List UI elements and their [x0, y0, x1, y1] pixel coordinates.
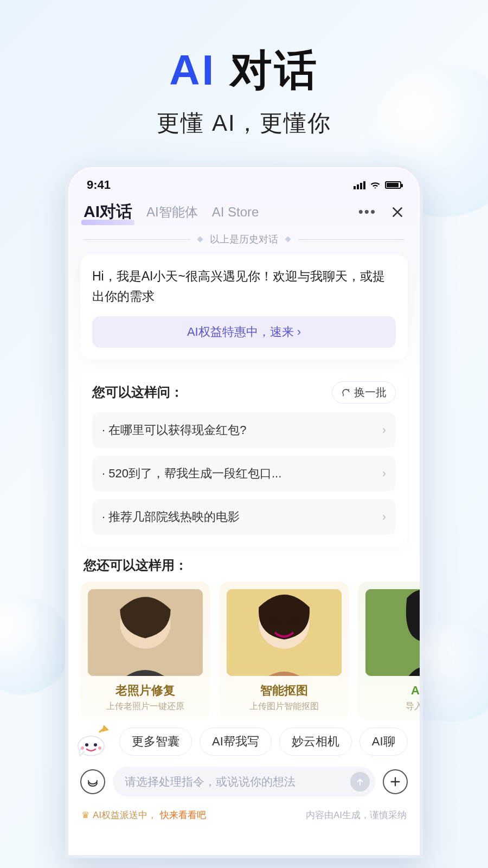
- tool-card-ai-filter[interactable]: AI滤 导入实拍: [358, 582, 420, 720]
- voice-button[interactable]: [80, 769, 105, 794]
- promo-banner[interactable]: AI权益特惠中，速来 ›: [92, 316, 396, 348]
- chevron-right-icon: ›: [382, 510, 386, 524]
- suggestion-item[interactable]: · 520到了，帮我生成一段红包口... ›: [92, 456, 396, 492]
- chevron-right-icon: ›: [382, 467, 386, 481]
- status-icons: [354, 181, 401, 189]
- add-button[interactable]: [383, 769, 408, 794]
- tool-card-cutout[interactable]: 智能抠图 上传图片智能抠图: [219, 582, 349, 720]
- arrow-up-icon: [355, 777, 365, 787]
- suggestion-text: · 520到了，帮我生成一段红包口...: [102, 465, 281, 482]
- quick-chips-row: 更多智囊 AI帮我写 妙云相机 AI聊: [68, 720, 420, 763]
- wifi-icon: [370, 181, 381, 189]
- history-label: 以上是历史对话: [210, 233, 278, 246]
- svg-point-5: [291, 618, 297, 624]
- mascot-icon[interactable]: [74, 725, 112, 758]
- footer-promo[interactable]: ♛ AI权益派送中，快来看看吧: [81, 809, 206, 821]
- tool-desc: 上传老照片一键还原: [88, 701, 203, 712]
- chip-more[interactable]: 更多智囊: [119, 727, 192, 756]
- tool-desc: 导入实拍: [365, 701, 420, 712]
- suggestions-card: 您可以这样问： 换一批 · 在哪里可以获得现金红包? › · 520到了，帮我生…: [80, 369, 408, 547]
- footer-disclaimer: 内容由AI生成，谨慎采纳: [306, 809, 407, 821]
- close-icon[interactable]: [390, 205, 404, 219]
- suggestion-item[interactable]: · 推荐几部院线热映的电影 ›: [92, 499, 396, 535]
- footer: ♛ AI权益派送中，快来看看吧 内容由AI生成，谨慎采纳: [68, 802, 420, 828]
- svg-point-12: [98, 746, 101, 750]
- tool-image: [88, 589, 203, 676]
- greeting-card: Hi，我是AI小天~很高兴遇见你！欢迎与我聊天，或提出你的需求 AI权益特惠中，…: [80, 254, 408, 360]
- suggestions-title: 您可以这样问：: [92, 384, 183, 401]
- svg-point-9: [85, 743, 88, 746]
- input-bar: 请选择处理指令，或说说你的想法: [68, 763, 420, 802]
- tool-name: 老照片修复: [88, 682, 203, 699]
- svg-point-10: [94, 743, 97, 746]
- voice-icon: [86, 775, 99, 788]
- suggestion-text: · 推荐几部院线热映的电影: [102, 509, 240, 525]
- footer-promo-prefix: AI权益派送中，: [93, 809, 157, 821]
- tab-ai-store[interactable]: AI Store: [212, 205, 259, 220]
- refresh-icon: [341, 387, 351, 397]
- signal-icon: [354, 181, 365, 189]
- tab-ai-agent[interactable]: AI智能体: [146, 203, 198, 221]
- chip-aichat[interactable]: AI聊: [359, 727, 408, 756]
- tool-image: [227, 589, 342, 676]
- tabs-row: AI对话 AI智能体 AI Store •••: [68, 196, 420, 229]
- suggestion-text: · 在哪里可以获得现金红包?: [102, 422, 246, 438]
- chevron-right-icon: ›: [382, 423, 386, 437]
- crown-icon: ♛: [81, 809, 89, 821]
- svg-point-11: [81, 746, 84, 750]
- more-icon[interactable]: •••: [358, 203, 376, 220]
- chip-camera[interactable]: 妙云相机: [279, 727, 352, 756]
- tools-row[interactable]: 老照片修复 上传老照片一键还原 智能抠图 上传图片智能抠图: [68, 582, 420, 720]
- tool-card-photo-restore[interactable]: 老照片修复 上传老照片一键还原: [80, 582, 210, 720]
- history-divider: 以上是历史对话: [84, 233, 404, 246]
- chat-input[interactable]: 请选择处理指令，或说说你的想法: [113, 767, 375, 797]
- status-bar: 9:41: [68, 167, 420, 196]
- tab-ai-chat[interactable]: AI对话: [84, 201, 132, 223]
- send-button[interactable]: [350, 772, 370, 792]
- chip-write[interactable]: AI帮我写: [200, 727, 272, 756]
- hero-title-rest: 对话: [216, 46, 319, 94]
- input-placeholder: 请选择处理指令，或说说你的想法: [125, 774, 296, 789]
- suggestion-item[interactable]: · 在哪里可以获得现金红包? ›: [92, 412, 396, 448]
- svg-point-4: [272, 618, 278, 624]
- footer-promo-cta: 快来看看吧: [160, 809, 206, 821]
- plus-icon: [389, 776, 401, 788]
- battery-icon: [385, 181, 401, 189]
- decorative-bubble: [0, 597, 70, 694]
- tools-title: 您还可以这样用：: [84, 557, 404, 574]
- phone-mock: 9:41 AI对话 AI智能体 AI Store ••• 以上是历史对话 Hi，…: [65, 164, 423, 858]
- tool-name: 智能抠图: [227, 682, 342, 699]
- tool-name: AI滤: [365, 682, 420, 699]
- tool-image: [365, 589, 420, 676]
- greeting-text: Hi，我是AI小天~很高兴遇见你！欢迎与我聊天，或提出你的需求: [92, 266, 396, 307]
- refresh-button[interactable]: 换一批: [332, 381, 396, 404]
- hero-title-ai: AI: [169, 46, 216, 94]
- tool-desc: 上传图片智能抠图: [227, 701, 342, 712]
- refresh-label: 换一批: [354, 385, 387, 400]
- status-time: 9:41: [87, 178, 111, 192]
